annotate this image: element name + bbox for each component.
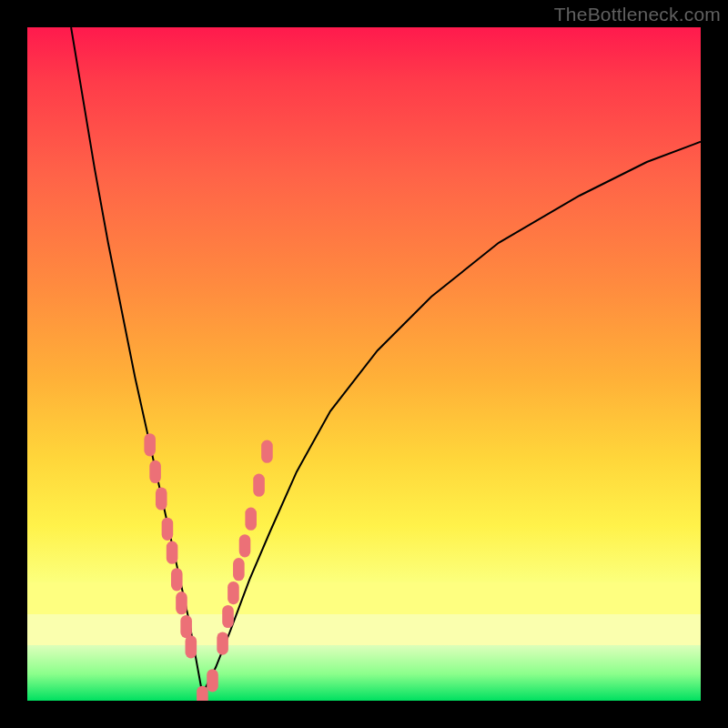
chart-frame: TheBottleneck.com bbox=[0, 0, 728, 728]
chart-svg bbox=[27, 27, 701, 701]
data-marker bbox=[233, 558, 245, 581]
data-marker bbox=[167, 541, 178, 564]
data-marker bbox=[149, 460, 161, 483]
watermark-label: TheBottleneck.com bbox=[554, 4, 721, 25]
data-marker bbox=[162, 518, 174, 541]
data-marker bbox=[222, 605, 234, 628]
data-marker bbox=[197, 686, 208, 701]
plot-area bbox=[27, 27, 701, 701]
data-marker bbox=[144, 433, 156, 456]
data-marker bbox=[180, 615, 192, 638]
bottleneck-curve bbox=[71, 27, 701, 694]
data-marker bbox=[207, 669, 218, 692]
data-markers-group bbox=[144, 433, 272, 701]
data-marker bbox=[176, 592, 187, 614]
data-marker bbox=[245, 508, 257, 531]
data-marker bbox=[186, 635, 197, 658]
data-marker bbox=[253, 474, 265, 497]
data-marker bbox=[261, 440, 273, 463]
data-marker bbox=[217, 632, 228, 655]
data-marker bbox=[171, 568, 183, 591]
data-marker bbox=[228, 581, 239, 604]
data-marker bbox=[156, 487, 167, 510]
data-marker bbox=[239, 534, 251, 557]
